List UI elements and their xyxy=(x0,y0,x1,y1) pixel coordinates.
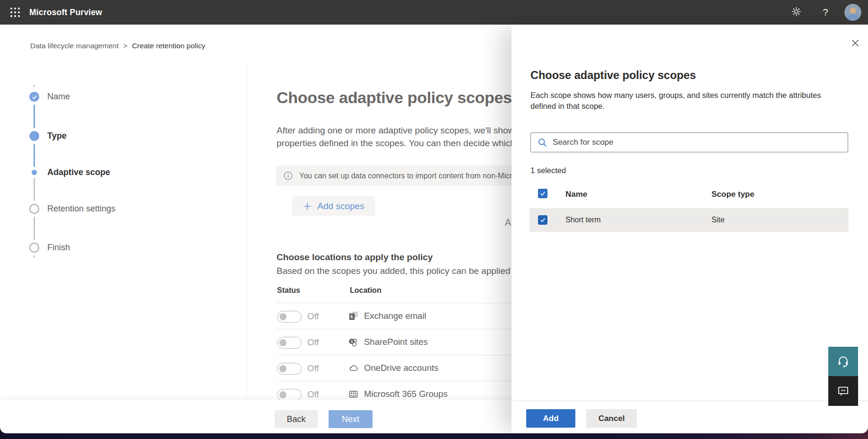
panel-title: Choose adaptive policy scopes xyxy=(530,69,696,82)
sharepoint-icon: S xyxy=(348,337,358,347)
svg-text:S: S xyxy=(350,339,353,344)
check-icon xyxy=(32,94,37,100)
avatar-image xyxy=(844,4,861,21)
help-icon: ? xyxy=(823,7,828,18)
location-name: OneDrive accounts xyxy=(364,363,438,373)
choose-adaptive-policy-scopes-panel: Choose adaptive policy scopes Each scope… xyxy=(512,25,868,433)
sidebar-step-type[interactable]: Type xyxy=(47,131,67,141)
row-checkbox[interactable] xyxy=(538,215,547,225)
screen: Microsoft Purview ? xyxy=(0,0,868,439)
app-window: Microsoft Purview ? xyxy=(0,0,868,433)
add-button[interactable]: Add xyxy=(526,409,575,428)
step-connector xyxy=(34,144,35,167)
breadcrumb-data-lifecycle-management[interactable]: Data lifecycle management xyxy=(30,42,119,50)
row-divider xyxy=(277,329,544,329)
settings-button[interactable] xyxy=(786,0,807,25)
sidebar-step-name[interactable]: Name xyxy=(47,92,70,102)
locations-heading: Choose locations to apply the policy xyxy=(277,252,433,263)
select-all-checkbox[interactable] xyxy=(538,189,547,198)
app-launcher-button[interactable] xyxy=(4,0,26,25)
selected-count: 1 selected xyxy=(530,166,566,175)
panel-description-line1: Each scope shows how many users, groups,… xyxy=(530,90,821,101)
column-header-name: Name xyxy=(565,190,587,199)
onedrive-icon xyxy=(348,363,358,373)
breadcrumb: Data lifecycle management > Create reten… xyxy=(30,42,205,50)
toggle-switch-onedrive[interactable] xyxy=(277,363,302,375)
next-button[interactable]: Next xyxy=(329,410,373,428)
toggle-status-label: Off xyxy=(307,389,319,400)
scope-search-box xyxy=(530,132,848,152)
step-connector xyxy=(34,178,35,201)
breadcrumb-separator: > xyxy=(123,42,127,50)
location-name: Exchange email xyxy=(364,311,426,321)
check-icon xyxy=(539,190,546,197)
back-button[interactable]: Back xyxy=(275,410,318,428)
app-launcher-icon xyxy=(10,8,20,17)
info-banner: You can set up data connectors to import… xyxy=(276,166,542,186)
scope-name: Short term xyxy=(565,208,601,232)
wizard-content-divider xyxy=(246,62,247,398)
step-indicator-adaptive-scope-current[interactable] xyxy=(32,170,37,175)
help-button[interactable]: ? xyxy=(815,0,836,25)
check-icon xyxy=(539,217,546,223)
feedback-button[interactable] xyxy=(828,376,858,406)
step-line-stub-bottom xyxy=(34,255,35,258)
add-scopes-label: Add scopes xyxy=(317,201,364,211)
app-title: Microsoft Purview xyxy=(29,0,102,25)
column-header-status: Status xyxy=(277,286,300,295)
column-header-scope-type: Scope type xyxy=(712,190,755,199)
wizard-footer: Back Next xyxy=(0,400,512,433)
panel-footer-divider xyxy=(512,401,868,401)
breadcrumb-create-retention-policy: Create retention policy xyxy=(132,42,205,50)
row-divider xyxy=(277,355,544,355)
exchange-icon: E xyxy=(348,311,358,321)
step-indicator-type[interactable] xyxy=(29,131,39,141)
account-avatar[interactable] xyxy=(844,4,861,21)
plus-icon xyxy=(303,202,312,211)
m365-groups-icon xyxy=(348,389,358,399)
sidebar-step-retention-settings[interactable]: Retention settings xyxy=(47,204,115,214)
cancel-button[interactable]: Cancel xyxy=(586,409,637,428)
search-icon xyxy=(538,138,547,148)
gear-icon xyxy=(791,6,802,19)
column-header-location: Location xyxy=(350,286,382,295)
toggle-switch-sharepoint[interactable] xyxy=(277,337,302,349)
step-indicator-name-completed[interactable] xyxy=(29,92,39,102)
step-connector xyxy=(34,105,35,128)
location-name: SharePoint sites xyxy=(364,337,428,347)
step-indicator-finish[interactable] xyxy=(29,243,39,253)
table-header-divider xyxy=(277,303,544,303)
panel-description-line2: defined in that scope. xyxy=(530,101,605,112)
support-button[interactable] xyxy=(828,347,858,376)
toggle-status-label: Off xyxy=(307,337,319,348)
toggle-status-label: Off xyxy=(307,311,319,322)
close-icon xyxy=(851,39,859,47)
step-line-stub-top xyxy=(34,85,35,87)
svg-text:E: E xyxy=(350,314,354,319)
info-banner-text: You can set up data connectors to import… xyxy=(299,172,542,180)
top-bar: Microsoft Purview ? xyxy=(0,0,868,25)
search-input[interactable] xyxy=(552,137,844,148)
feedback-icon xyxy=(837,385,850,397)
page-title: Choose adaptive policy scopes xyxy=(277,87,512,108)
location-name: Microsoft 365 Groups xyxy=(364,389,448,399)
headset-icon xyxy=(837,355,850,368)
add-scopes-button[interactable]: Add scopes xyxy=(292,196,375,216)
step-indicator-retention-settings[interactable] xyxy=(29,204,39,214)
toggle-switch-m365-groups[interactable] xyxy=(277,389,302,401)
sidebar-step-finish[interactable]: Finish xyxy=(47,243,70,253)
truncated-text-fragment: A xyxy=(505,217,511,228)
step-connector xyxy=(34,217,35,240)
row-divider xyxy=(277,381,544,381)
close-panel-button[interactable] xyxy=(848,36,862,50)
scope-row-short-term[interactable]: Short term Site xyxy=(529,208,849,232)
scope-type: Site xyxy=(712,208,725,232)
toggle-switch-exchange[interactable] xyxy=(277,311,302,323)
sidebar-step-adaptive-scope[interactable]: Adaptive scope xyxy=(47,167,110,177)
toggle-status-label: Off xyxy=(307,363,319,374)
info-icon xyxy=(284,171,293,180)
